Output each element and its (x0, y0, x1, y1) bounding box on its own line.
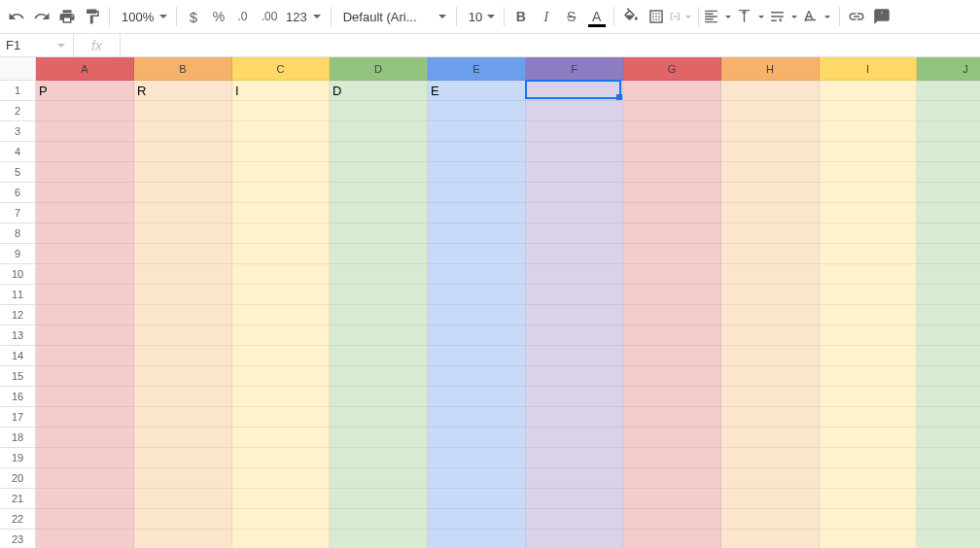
currency-button[interactable]: $ (181, 4, 206, 29)
cell[interactable] (623, 162, 721, 183)
cell[interactable] (820, 81, 917, 101)
cell[interactable] (721, 81, 820, 101)
cell[interactable] (623, 121, 721, 142)
text-color-button[interactable]: A (584, 4, 610, 29)
cell[interactable] (721, 530, 820, 548)
cell[interactable] (526, 203, 623, 223)
cell[interactable] (721, 223, 820, 244)
column-header[interactable]: B (134, 57, 232, 81)
row-header[interactable]: 14 (0, 346, 36, 366)
cell[interactable] (917, 264, 980, 285)
cell[interactable] (721, 489, 820, 509)
cell[interactable] (721, 468, 820, 489)
row-header[interactable]: 4 (0, 142, 36, 162)
row-header[interactable]: 2 (0, 101, 36, 121)
cell[interactable] (820, 428, 917, 448)
cell[interactable] (721, 121, 820, 142)
merge-cells-button[interactable] (669, 4, 694, 29)
vertical-align-button[interactable] (736, 4, 769, 29)
cell[interactable] (623, 428, 721, 448)
cell[interactable] (134, 489, 232, 509)
cell[interactable] (428, 468, 526, 489)
font-select[interactable]: Default (Ari... (335, 4, 452, 29)
cell[interactable] (623, 183, 721, 203)
cell[interactable] (820, 223, 917, 244)
cell[interactable] (917, 387, 980, 407)
cell[interactable] (330, 244, 428, 264)
cell[interactable] (36, 101, 134, 121)
row-header[interactable]: 20 (0, 468, 36, 489)
cell[interactable] (526, 81, 623, 101)
cell[interactable] (526, 101, 623, 121)
cell[interactable] (820, 509, 917, 530)
cell[interactable] (820, 183, 917, 203)
cell[interactable] (36, 121, 134, 142)
cell[interactable] (330, 121, 428, 142)
cell[interactable] (330, 407, 428, 428)
cell[interactable] (526, 448, 623, 468)
cell[interactable] (330, 468, 428, 489)
cell[interactable] (526, 244, 623, 264)
cell[interactable] (526, 509, 623, 530)
cell[interactable] (36, 448, 134, 468)
cell[interactable] (428, 448, 526, 468)
cell[interactable] (330, 509, 428, 530)
row-header[interactable]: 13 (0, 325, 36, 346)
cell[interactable] (623, 407, 721, 428)
cell[interactable] (36, 428, 134, 448)
cell[interactable] (36, 468, 134, 489)
cell[interactable] (134, 305, 232, 325)
zoom-select[interactable]: 100% (114, 4, 172, 29)
cell[interactable] (820, 489, 917, 509)
column-header[interactable]: G (623, 57, 721, 81)
cell[interactable] (721, 407, 820, 428)
row-header[interactable]: 18 (0, 428, 36, 448)
cell[interactable] (134, 183, 232, 203)
cell[interactable] (330, 183, 428, 203)
cell[interactable] (134, 101, 232, 121)
row-header[interactable]: 3 (0, 121, 36, 142)
row-header[interactable]: 19 (0, 448, 36, 468)
cell[interactable] (526, 325, 623, 346)
strikethrough-button[interactable]: S (559, 4, 584, 29)
row-header[interactable]: 6 (0, 183, 36, 203)
cell[interactable] (917, 162, 980, 183)
cell[interactable] (820, 407, 917, 428)
cell[interactable] (232, 183, 330, 203)
cell[interactable] (232, 121, 330, 142)
cell[interactable] (330, 428, 428, 448)
cell[interactable] (820, 101, 917, 121)
cell[interactable] (820, 305, 917, 325)
cell[interactable] (36, 162, 134, 183)
cell[interactable] (623, 325, 721, 346)
cell[interactable] (917, 223, 980, 244)
cell[interactable] (721, 203, 820, 223)
cell[interactable] (917, 407, 980, 428)
cell[interactable] (721, 387, 820, 407)
cell[interactable] (526, 468, 623, 489)
name-box[interactable]: F1 (0, 34, 74, 56)
cell[interactable] (917, 509, 980, 530)
cell[interactable] (526, 121, 623, 142)
cell[interactable] (36, 203, 134, 223)
cell[interactable] (134, 325, 232, 346)
cell[interactable] (917, 285, 980, 305)
cell[interactable] (526, 530, 623, 548)
cell[interactable] (36, 366, 134, 387)
cell[interactable] (721, 509, 820, 530)
cell[interactable] (917, 468, 980, 489)
cell[interactable] (232, 530, 330, 548)
cell[interactable] (134, 448, 232, 468)
column-header[interactable]: C (232, 57, 330, 81)
cell[interactable] (134, 223, 232, 244)
cell[interactable] (623, 448, 721, 468)
cell[interactable] (36, 264, 134, 285)
row-header[interactable]: 16 (0, 387, 36, 407)
cell[interactable] (623, 387, 721, 407)
cell[interactable] (428, 121, 526, 142)
cell[interactable] (330, 530, 428, 548)
paint-format-button[interactable] (80, 4, 105, 29)
cell[interactable] (428, 142, 526, 162)
row-header[interactable]: 15 (0, 366, 36, 387)
row-header[interactable]: 17 (0, 407, 36, 428)
